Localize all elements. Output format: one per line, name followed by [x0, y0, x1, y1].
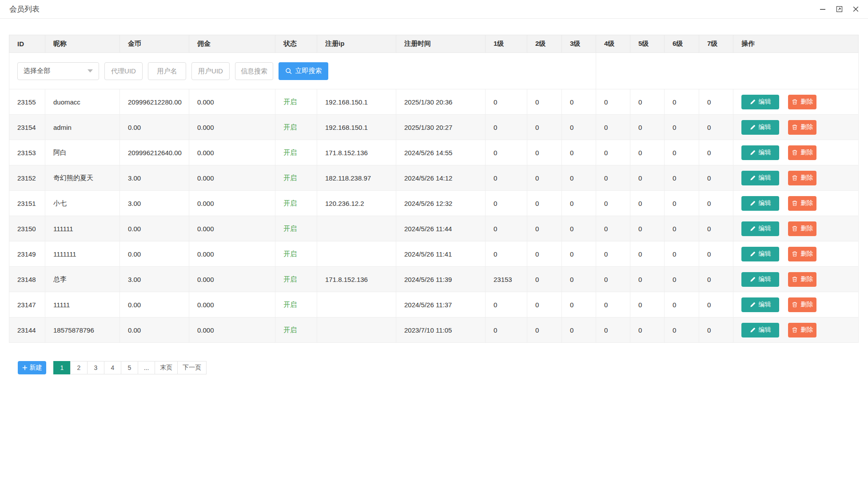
cell-commission: 0.000 [189, 241, 275, 267]
page-button[interactable]: 1 [53, 361, 71, 374]
new-member-button[interactable]: 新建 [18, 361, 46, 374]
cell-level: 0 [527, 216, 562, 241]
cell-actions: 编辑 删除 [733, 292, 859, 317]
page-button[interactable]: 3 [87, 361, 104, 374]
page-button[interactable]: 末页 [155, 361, 178, 374]
cell-actions: 编辑 删除 [733, 191, 859, 216]
cell-actions: 编辑 删除 [733, 140, 859, 165]
cell-level: 0 [699, 115, 733, 140]
maximize-icon[interactable] [836, 6, 843, 12]
cell-level: 0 [486, 165, 527, 191]
cell-level: 0 [630, 216, 665, 241]
cell-commission: 0.000 [189, 165, 275, 191]
cell-actions: 编辑 删除 [733, 267, 859, 292]
cell-level: 0 [562, 317, 596, 343]
edit-button[interactable]: 编辑 [741, 323, 779, 337]
delete-button[interactable]: 删除 [788, 171, 816, 185]
edit-button[interactable]: 编辑 [741, 272, 779, 287]
page-button[interactable]: 2 [70, 361, 88, 374]
cell-ip [317, 241, 396, 267]
cell-status: 开启 [275, 241, 317, 267]
col-status: 状态 [275, 35, 317, 53]
cell-commission: 0.000 [189, 115, 275, 140]
cell-time: 2025/1/30 20:27 [396, 115, 486, 140]
cell-actions: 编辑 删除 [733, 317, 859, 343]
cell-level: 0 [596, 89, 630, 115]
info-search-input[interactable] [235, 62, 273, 80]
cell-level: 0 [527, 115, 562, 140]
col-actions: 操作 [733, 35, 859, 53]
trash-icon [792, 124, 798, 130]
cell-level: 0 [486, 292, 527, 317]
search-button[interactable]: 立即搜索 [279, 62, 328, 80]
page-button[interactable]: 下一页 [177, 361, 207, 374]
cell-level: 0 [630, 191, 665, 216]
cell-level: 0 [699, 241, 733, 267]
delete-button[interactable]: 删除 [788, 272, 816, 287]
edit-button-label: 编辑 [759, 149, 771, 157]
cell-commission: 0.000 [189, 216, 275, 241]
delete-button-label: 删除 [800, 301, 813, 309]
cell-ip [317, 317, 396, 343]
edit-button[interactable]: 编辑 [741, 145, 779, 160]
delete-button[interactable]: 删除 [788, 196, 816, 211]
cell-status: 开启 [275, 216, 317, 241]
edit-button-label: 编辑 [759, 123, 771, 131]
member-table-body: 23155 duomacc 209996212280.00 0.000 开启 1… [9, 89, 859, 343]
cell-id: 23148 [9, 267, 45, 292]
delete-button[interactable]: 删除 [788, 95, 816, 109]
cell-actions: 编辑 删除 [733, 115, 859, 140]
username-input[interactable] [148, 62, 186, 80]
user-uid-input[interactable] [191, 62, 230, 80]
edit-button-label: 编辑 [759, 275, 771, 283]
page-button[interactable]: ... [138, 361, 155, 374]
table-row: 23154 admin 0.00 0.000 开启 192.168.150.1 … [9, 115, 859, 140]
page-button[interactable]: 5 [121, 361, 138, 374]
cell-level: 0 [596, 317, 630, 343]
edit-button[interactable]: 编辑 [741, 120, 779, 135]
edit-button[interactable]: 编辑 [741, 196, 779, 211]
delete-button[interactable]: 删除 [788, 297, 816, 312]
edit-button[interactable]: 编辑 [741, 171, 779, 185]
cell-commission: 0.000 [189, 292, 275, 317]
edit-button[interactable]: 编辑 [741, 247, 779, 261]
cell-time: 2025/1/30 20:36 [396, 89, 486, 115]
delete-button[interactable]: 删除 [788, 323, 816, 337]
cell-gold: 0.00 [120, 115, 189, 140]
table-header-row: ID 昵称 金币 佣金 状态 注册ip 注册时间 1级 2级 3级 4级 5级 … [9, 35, 859, 53]
cell-status: 开启 [275, 115, 317, 140]
cell-time: 2024/5/26 11:39 [396, 267, 486, 292]
cell-nickname: 小七 [45, 191, 120, 216]
cell-level: 23153 [486, 267, 527, 292]
cell-ip [317, 292, 396, 317]
close-icon[interactable] [852, 6, 859, 12]
edit-button[interactable]: 编辑 [741, 297, 779, 312]
edit-button[interactable]: 编辑 [741, 95, 779, 109]
cell-id: 23147 [9, 292, 45, 317]
edit-button[interactable]: 编辑 [741, 221, 779, 236]
minimize-icon[interactable] [819, 6, 826, 13]
col-id: ID [9, 35, 45, 53]
cell-gold: 0.00 [120, 241, 189, 267]
cell-level: 0 [527, 140, 562, 165]
delete-button[interactable]: 删除 [788, 221, 816, 236]
delete-button[interactable]: 删除 [788, 120, 816, 135]
status-select[interactable]: 选择全部 [17, 62, 99, 80]
cell-level: 0 [699, 165, 733, 191]
cell-level: 0 [665, 292, 699, 317]
agent-uid-input[interactable] [104, 62, 143, 80]
page-button[interactable]: 4 [104, 361, 121, 374]
cell-status: 开启 [275, 140, 317, 165]
cell-id: 23155 [9, 89, 45, 115]
cell-level: 0 [596, 165, 630, 191]
cell-level: 0 [699, 317, 733, 343]
delete-button[interactable]: 删除 [788, 247, 816, 261]
pencil-icon [750, 175, 756, 181]
delete-button[interactable]: 删除 [788, 145, 816, 160]
cell-level: 0 [562, 140, 596, 165]
title-bar: 会员列表 [0, 0, 868, 19]
cell-status: 开启 [275, 292, 317, 317]
cell-level: 0 [699, 140, 733, 165]
cell-level: 0 [596, 267, 630, 292]
cell-level: 0 [596, 292, 630, 317]
